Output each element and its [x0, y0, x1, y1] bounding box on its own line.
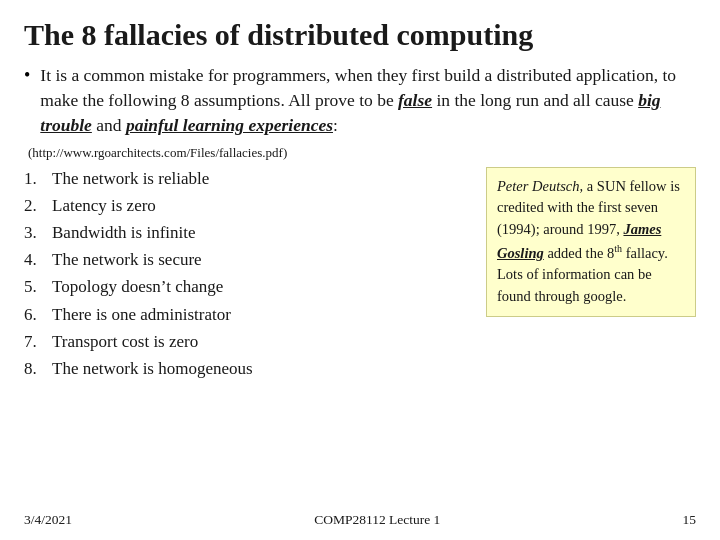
list-text: Bandwidth is infinite	[52, 219, 196, 246]
footer-course: COMP28112 Lecture 1	[314, 512, 440, 528]
list-text: The network is homogeneous	[52, 355, 253, 382]
intro-painful: painful learning experiences	[126, 115, 333, 135]
list-section: 1.The network is reliable2.Latency is ze…	[24, 165, 470, 383]
list-item: 2.Latency is zero	[24, 192, 470, 219]
bullet-dot: •	[24, 65, 30, 86]
list-text: Transport cost is zero	[52, 328, 198, 355]
sidebar-peter: Peter Deutsch,	[497, 178, 583, 194]
list-num: 8.	[24, 355, 46, 382]
list-num: 6.	[24, 301, 46, 328]
list-num: 2.	[24, 192, 46, 219]
list-item: 5.Topology doesn’t change	[24, 273, 470, 300]
footer-page: 15	[683, 512, 697, 528]
title: The 8 fallacies of distributed computing	[24, 18, 696, 53]
list-item: 7.Transport cost is zero	[24, 328, 470, 355]
list-item: 3.Bandwidth is infinite	[24, 219, 470, 246]
list-item: 1.The network is reliable	[24, 165, 470, 192]
intro-text-part4: :	[333, 115, 338, 135]
sidebar-sup: th	[614, 243, 622, 254]
intro-block: • It is a common mistake for programmers…	[24, 63, 696, 139]
intro-false: false	[398, 90, 432, 110]
source-line: (http://www.rgoarchitects.com/Files/fall…	[28, 145, 696, 161]
list-num: 1.	[24, 165, 46, 192]
list-num: 7.	[24, 328, 46, 355]
list-text: Latency is zero	[52, 192, 156, 219]
intro-text: It is a common mistake for programmers, …	[40, 63, 696, 139]
intro-text-part2: in the long run and all cause	[432, 90, 638, 110]
list-item: 8.The network is homogeneous	[24, 355, 470, 382]
footer-date: 3/4/2021	[24, 512, 72, 528]
sidebar-text2: added the 8	[544, 245, 614, 261]
list-text: Topology doesn’t change	[52, 273, 223, 300]
list-text: The network is reliable	[52, 165, 209, 192]
list-text: There is one administrator	[52, 301, 231, 328]
list-item: 4.The network is secure	[24, 246, 470, 273]
main-content: 1.The network is reliable2.Latency is ze…	[24, 165, 696, 383]
fallacies-list: 1.The network is reliable2.Latency is ze…	[24, 165, 470, 383]
footer: 3/4/2021 COMP28112 Lecture 1 15	[24, 512, 696, 528]
sidebar-box: Peter Deutsch, a SUN fellow is credited …	[486, 167, 696, 317]
list-num: 3.	[24, 219, 46, 246]
list-num: 4.	[24, 246, 46, 273]
intro-text-part3: and	[92, 115, 126, 135]
list-num: 5.	[24, 273, 46, 300]
list-text: The network is secure	[52, 246, 202, 273]
list-item: 6.There is one administrator	[24, 301, 470, 328]
